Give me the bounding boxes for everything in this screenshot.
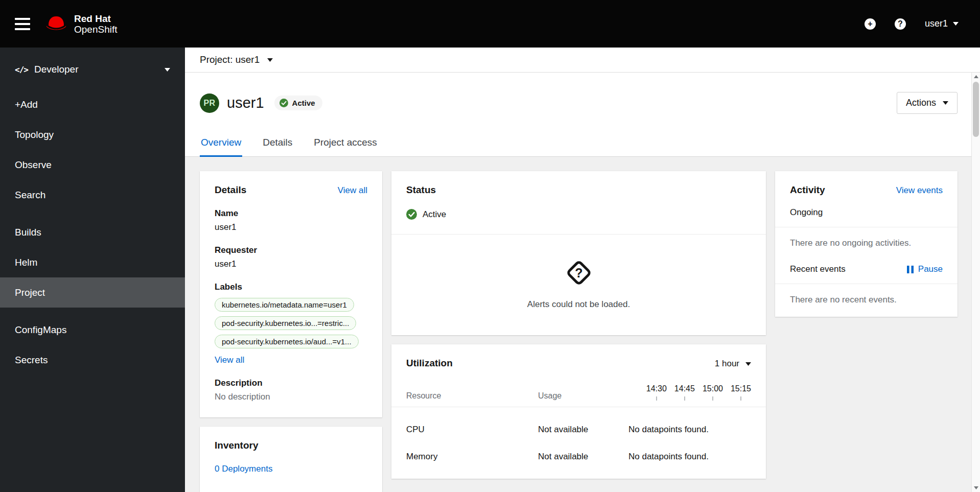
label-pill: kubernetes.io/metadata.name=user1	[215, 298, 354, 312]
page-header: PR user1 Active Actions	[185, 73, 980, 127]
utilization-table-header: Resource Usage 14:30 14:45 15:00 15:15	[391, 369, 766, 401]
chevron-down-icon	[745, 362, 751, 366]
resource-usage: Not available	[538, 452, 628, 462]
chevron-down-icon	[953, 22, 959, 26]
scrollbar[interactable]	[971, 73, 980, 492]
alerts-empty-state: ? Alerts could not be loaded.	[391, 235, 766, 335]
activity-card-title: Activity	[790, 184, 825, 196]
time-axis: 14:30 14:45 15:00 15:15	[628, 384, 751, 401]
sidebar-item-topology[interactable]: Topology	[0, 120, 185, 150]
nav-group-2: Builds Helm Project	[0, 217, 185, 308]
status-badge-label: Active	[292, 99, 315, 107]
code-brackets-icon: </>	[15, 65, 28, 75]
perspective-label: Developer	[34, 64, 79, 75]
pause-label: Pause	[918, 264, 943, 274]
ongoing-section-label: Ongoing	[775, 196, 958, 227]
scrollbar-thumb[interactable]	[973, 82, 979, 137]
tab-details[interactable]: Details	[262, 127, 293, 157]
field-value-requester: user1	[215, 259, 367, 269]
add-plus-circle-icon[interactable]: +	[865, 18, 876, 30]
chevron-down-icon	[267, 58, 273, 62]
label-pill: pod-security.kubernetes.io...=restric...	[215, 316, 356, 330]
sidebar-item-builds[interactable]: Builds	[0, 217, 185, 247]
user-menu-label: user1	[925, 18, 948, 29]
inventory-card: Inventory 0 Deployments	[200, 427, 382, 492]
project-switcher-label: Project: user1	[200, 54, 260, 65]
sidebar-item-search[interactable]: Search	[0, 180, 185, 210]
nav-group-3: ConfigMaps Secrets	[0, 315, 185, 375]
scrollbar-down-arrow[interactable]	[972, 484, 980, 492]
check-circle-icon	[406, 209, 417, 220]
sidebar-item-secrets[interactable]: Secrets	[0, 345, 185, 375]
project-resource-badge: PR	[200, 93, 219, 113]
dashboard-right-column: Activity View events Ongoing There are n…	[775, 171, 958, 317]
scrollbar-up-arrow[interactable]	[972, 73, 980, 81]
utilization-row-cpu: CPU Not available No datapoints found.	[391, 407, 766, 452]
field-value-description: No description	[215, 392, 367, 402]
resource-chart-empty: No datapoints found.	[628, 452, 751, 462]
help-question-icon[interactable]: ?	[895, 18, 906, 30]
check-circle-icon	[279, 99, 288, 107]
col-header-usage: Usage	[538, 391, 628, 401]
tab-overview[interactable]: Overview	[200, 127, 242, 157]
field-label-description: Description	[215, 378, 367, 388]
details-card-title: Details	[215, 184, 246, 196]
tab-project-access[interactable]: Project access	[313, 127, 378, 157]
svg-text:?: ?	[575, 266, 582, 280]
recent-events-label: Recent events	[790, 264, 846, 274]
col-header-resource: Resource	[406, 391, 538, 401]
duration-label: 1 hour	[715, 359, 739, 369]
actions-dropdown-button[interactable]: Actions	[897, 92, 958, 114]
dashboard-center-column: Status Active	[391, 171, 766, 479]
time-tick-label: 15:00	[703, 384, 723, 393]
user-menu[interactable]: user1	[925, 18, 959, 29]
inventory-card-title: Inventory	[215, 440, 259, 451]
sidebar-item-observe[interactable]: Observe	[0, 150, 185, 180]
sidebar-item-helm[interactable]: Helm	[0, 247, 185, 277]
pause-icon	[907, 266, 914, 273]
brand-line2: OpenShift	[74, 24, 118, 35]
utilization-row-memory: Memory Not available No datapoints found…	[391, 452, 766, 479]
sidebar-nav: </> Developer +Add Topology Observe Sear…	[0, 48, 185, 492]
time-tick-label: 14:30	[646, 384, 667, 393]
duration-dropdown[interactable]: 1 hour	[715, 359, 751, 369]
field-label-labels: Labels	[215, 282, 367, 292]
perspective-switcher[interactable]: </> Developer	[0, 54, 185, 85]
sidebar-item-configmaps[interactable]: ConfigMaps	[0, 315, 185, 345]
redhat-hat-icon	[45, 15, 67, 33]
inventory-deployments-link[interactable]: 0 Deployments	[215, 464, 272, 474]
time-tick-label: 15:15	[731, 384, 751, 393]
pause-events-button[interactable]: Pause	[907, 264, 943, 274]
labels-view-all-link[interactable]: View all	[215, 355, 244, 365]
page-scroll-area: PR user1 Active Actions	[185, 73, 980, 492]
view-events-link[interactable]: View events	[896, 185, 943, 196]
chevron-down-icon	[943, 101, 948, 105]
status-card: Status Active	[391, 171, 766, 335]
details-view-all-link[interactable]: View all	[338, 185, 367, 196]
details-card: Details View all Name user1 Requester us…	[200, 171, 382, 417]
brand-line1: Red Hat	[74, 13, 118, 24]
chevron-down-icon	[165, 68, 170, 72]
project-switcher[interactable]: Project: user1	[185, 48, 980, 73]
tab-bar: Overview Details Project access	[185, 127, 980, 157]
axis-tick	[656, 396, 657, 401]
resource-name: Memory	[406, 452, 538, 462]
overview-dashboard: Details View all Name user1 Requester us…	[185, 157, 980, 492]
status-active-label: Active	[423, 209, 446, 220]
page-title: user1	[227, 95, 264, 111]
redhat-openshift-logo[interactable]: Red Hat OpenShift	[45, 13, 118, 35]
sidebar-item-project[interactable]: Project	[0, 277, 185, 308]
hamburger-menu-button[interactable]	[15, 18, 30, 30]
field-label-name: Name	[215, 208, 367, 219]
nav-group-1: +Add Topology Observe Search	[0, 89, 185, 210]
status-badge: Active	[274, 96, 322, 110]
resource-name: CPU	[406, 425, 538, 435]
axis-tick	[684, 396, 685, 401]
resource-usage: Not available	[538, 425, 628, 435]
axis-tick	[712, 396, 713, 401]
actions-label: Actions	[906, 98, 936, 108]
dashboard-left-column: Details View all Name user1 Requester us…	[200, 171, 382, 492]
activity-card: Activity View events Ongoing There are n…	[775, 171, 958, 317]
sidebar-item-add[interactable]: +Add	[0, 89, 185, 120]
time-tick-label: 14:45	[674, 384, 695, 393]
